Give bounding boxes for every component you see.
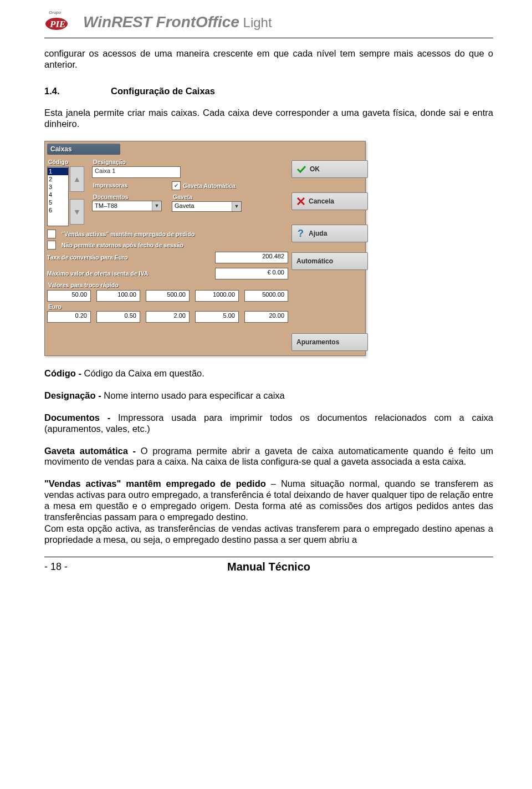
troco-input[interactable]: 5000.00 <box>244 290 288 302</box>
footer-title: Manual Técnico <box>133 561 405 573</box>
svg-text:?: ? <box>298 228 304 238</box>
svg-text:PIE: PIE <box>49 19 65 29</box>
section-heading: 1.4. Configuração de Caixas <box>44 86 493 97</box>
euro-input[interactable]: 0.50 <box>96 311 140 323</box>
euro-input[interactable]: 0.20 <box>47 311 91 323</box>
chevron-down-icon: ▼ <box>152 201 161 211</box>
product-title: WinREST FrontOffice Light <box>83 13 272 31</box>
spin-up-button[interactable]: ▲ <box>70 166 84 192</box>
troco-input[interactable]: 1000.00 <box>195 290 239 302</box>
gaveta-value: Gaveta <box>175 202 194 210</box>
list-item[interactable]: 3 <box>49 183 68 191</box>
list-item[interactable]: 1 <box>48 167 68 175</box>
section-number: 1.4. <box>44 86 111 97</box>
page-number: - 18 - <box>44 561 133 573</box>
euro-input[interactable]: 20.00 <box>244 311 288 323</box>
taxa-label: Taxa de conversão para Euro <box>47 254 212 261</box>
list-item[interactable]: 2 <box>49 175 68 183</box>
gaveta-automatica-checkbox[interactable]: ✔Gaveta Automática <box>172 181 242 190</box>
dialog-title: Caixas <box>47 144 120 155</box>
spin-down-button[interactable]: ▼ <box>70 199 84 225</box>
gaveta-select[interactable]: Gaveta▼ <box>172 201 242 212</box>
max-label: Máximo valor de oferta isenta de IVA <box>47 270 212 277</box>
def-codigo: Código - Código da Caixa em questão. <box>44 368 493 379</box>
logo-grupo: Grupo <box>49 10 61 15</box>
documentos-value: TM–T88 <box>95 202 117 210</box>
ok-button[interactable]: OK <box>291 160 368 178</box>
def-gaveta: Gaveta automática - O programa permite a… <box>44 446 493 468</box>
opt1-checkbox[interactable] <box>47 230 56 238</box>
impressoras-label: Impressoras <box>93 182 162 189</box>
troco-input[interactable]: 500.00 <box>146 290 190 302</box>
troco-input[interactable]: 50.00 <box>47 290 91 302</box>
troco-input[interactable]: 100.00 <box>96 290 140 302</box>
list-item[interactable]: 5 <box>49 198 68 206</box>
def-vendas-cont: Com esta opção activa, as transferências… <box>44 523 493 546</box>
help-button[interactable]: ? Ajuda <box>291 225 368 242</box>
logo: Grupo PIE <box>44 11 72 33</box>
def-vendas: "Vendas activas" mantêm empregado de ped… <box>44 479 493 522</box>
max-input[interactable]: € 0.00 <box>215 268 288 279</box>
codigo-label: Código <box>48 159 89 166</box>
list-item[interactable]: 4 <box>49 191 68 198</box>
codigo-list[interactable]: 1 2 3 4 5 6 <box>47 166 69 226</box>
euro-input[interactable]: 2.00 <box>146 311 190 323</box>
section-intro: Esta janela permite criar mais caixas. C… <box>44 108 493 130</box>
documentos-select[interactable]: TM–T88▼ <box>92 201 162 211</box>
cancel-button[interactable]: Cancela <box>291 192 368 210</box>
chevron-down-icon: ▼ <box>232 202 241 211</box>
taxa-input[interactable]: 200.482 <box>215 252 288 263</box>
list-item[interactable]: 6 <box>49 206 68 214</box>
opt2-label: Não permite estornos após fecho de sessã… <box>62 242 183 249</box>
gaveta-label: Gaveta <box>173 194 242 201</box>
opt1-label: "Vendas activas" mantêm empregado de ped… <box>62 231 195 238</box>
opt2-checkbox[interactable] <box>47 241 56 250</box>
troco-label: Valores para troco rápido <box>48 282 288 289</box>
page-footer: - 18 - Manual Técnico <box>44 561 493 573</box>
caixas-dialog: Caixas Código 1 2 3 <box>44 141 366 356</box>
apuramentos-button[interactable]: Apuramentos <box>291 333 368 351</box>
intro-paragraph: configurar os acessos de uma maneira cre… <box>44 48 493 70</box>
def-designacao: Designação - Nome interno usado para esp… <box>44 390 493 401</box>
automatic-button[interactable]: Automático <box>291 252 368 270</box>
documentos-label: Documentos <box>93 194 162 201</box>
designacao-input[interactable]: Caixa 1 <box>92 166 181 178</box>
def-documentos: Documentos - Impressora usada para impri… <box>44 413 493 435</box>
euro-input[interactable]: 5.00 <box>195 311 239 323</box>
euro-label: Euro <box>48 303 288 310</box>
designacao-label: Designação <box>93 159 288 166</box>
page-header: Grupo PIE WinREST FrontOffice Light <box>44 11 493 33</box>
section-title: Configuração de Caixas <box>111 86 215 97</box>
